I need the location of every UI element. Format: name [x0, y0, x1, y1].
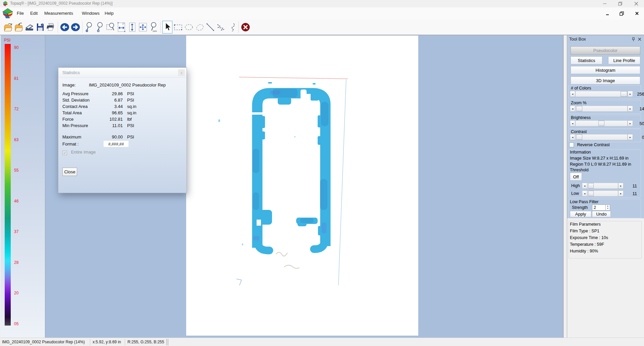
- draw-line-icon[interactable]: [205, 21, 215, 34]
- status-grip: [168, 339, 168, 345]
- slider-track[interactable]: [587, 190, 618, 196]
- open-export-icon[interactable]: [3, 21, 13, 34]
- slider-right-arrow[interactable]: ►: [628, 91, 633, 97]
- menu-measurements[interactable]: Measurements: [42, 10, 75, 16]
- app-window: Topaq® - [IMG_20240109_0002 Pseudocolor …: [0, 0, 644, 346]
- pressure-film-image[interactable]: [186, 36, 418, 336]
- slider-right-arrow[interactable]: ►: [628, 120, 633, 126]
- fit-width-icon[interactable]: [116, 21, 126, 34]
- menu-file[interactable]: File: [15, 10, 26, 16]
- select-rectangle-icon[interactable]: [173, 21, 183, 34]
- 3d-image-button[interactable]: 3D Image: [571, 76, 640, 84]
- toolbar: 100%: [0, 19, 644, 35]
- fit-page-icon[interactable]: [138, 21, 148, 34]
- window-close-button[interactable]: [631, 0, 641, 7]
- stats-image-value: IMG_20240109_0002 Pseudocolor Rep: [89, 82, 166, 88]
- statistics-button[interactable]: Statistics: [571, 56, 602, 64]
- fit-height-icon[interactable]: [127, 21, 137, 34]
- film-type-text: Film Type : SP1: [570, 229, 599, 233]
- toolbox-panel: Tool Box Pseudocolor Statistics Line Pro…: [567, 35, 644, 338]
- stats-row: Total Area 96.65 sq.in: [62, 110, 183, 117]
- zoom-out-icon[interactable]: [84, 21, 94, 34]
- window-title: Topaq® - [IMG_20240109_0002 Pseudocolor …: [10, 1, 113, 6]
- close-button[interactable]: Close: [62, 168, 77, 176]
- zoom-in-icon[interactable]: [95, 21, 105, 34]
- threshold-high-value: 11: [627, 183, 637, 188]
- select-ellipse-icon[interactable]: [184, 21, 194, 34]
- brightness-slider: ◄ ► 50: [570, 120, 642, 126]
- mdi-restore-button[interactable]: [617, 10, 626, 17]
- statistics-dialog-titlebar[interactable]: Statistics x: [58, 68, 186, 78]
- threshold-low-label: Low: [571, 191, 579, 196]
- window-restore-button[interactable]: [615, 0, 625, 7]
- slider-track[interactable]: [575, 134, 628, 140]
- entire-image-checkbox[interactable]: ✓: [62, 151, 67, 155]
- scan-icon[interactable]: [24, 21, 35, 34]
- open-import-icon[interactable]: [14, 21, 24, 34]
- delete-icon[interactable]: [240, 21, 251, 34]
- slider-left-arrow[interactable]: ◄: [582, 183, 587, 189]
- contrast-value: 0: [634, 135, 644, 140]
- zoom-100-icon[interactable]: 100%: [149, 21, 159, 34]
- slider-track[interactable]: [575, 120, 628, 126]
- strength-spinner[interactable]: 2 ▲▼: [592, 205, 610, 211]
- menu-edit[interactable]: Edit: [28, 10, 40, 16]
- slider-left-arrow[interactable]: ◄: [570, 91, 575, 97]
- app-logo-icon: [3, 1, 8, 6]
- reverse-contrast-checkbox[interactable]: [569, 142, 574, 147]
- save-icon[interactable]: [35, 21, 45, 34]
- apply-button[interactable]: Apply: [570, 211, 591, 217]
- status-separator: [90, 339, 90, 345]
- pin-icon[interactable]: [632, 37, 635, 42]
- forward-icon[interactable]: [70, 21, 80, 34]
- slider-track[interactable]: [575, 106, 628, 112]
- threshold-label: Threshold: [570, 168, 589, 172]
- slider-left-arrow[interactable]: ◄: [570, 134, 575, 140]
- pseudocolor-scale-bar: [5, 44, 11, 326]
- slider-track[interactable]: [575, 91, 628, 97]
- histogram-button[interactable]: Histogram: [571, 66, 640, 74]
- menu-help[interactable]: Help: [103, 10, 116, 16]
- back-icon[interactable]: [60, 21, 70, 34]
- status-document-name: IMG_20240109_0002 Pseudocolor Rep (14%): [2, 340, 85, 344]
- toolbox-header: Tool Box: [567, 35, 644, 43]
- mdi-minimize-button[interactable]: [603, 10, 612, 17]
- slider-left-arrow[interactable]: ◄: [570, 120, 575, 126]
- image-canvas[interactable]: Statistics x Image: IMG_20240109_0002 Ps…: [45, 35, 564, 338]
- scale-tick: 90: [14, 45, 18, 50]
- slider-right-arrow[interactable]: ►: [618, 190, 624, 196]
- threshold-high-row: High ◄ ► 11: [567, 183, 644, 189]
- draw-polyline-icon[interactable]: [216, 21, 226, 34]
- stats-row: Avg Pressure 29.86 PSI: [62, 91, 183, 98]
- format-input[interactable]: #,###,##: [103, 140, 129, 147]
- slider-right-arrow[interactable]: ►: [618, 183, 624, 189]
- print-icon[interactable]: [46, 21, 56, 34]
- slider-right-arrow[interactable]: ►: [628, 106, 633, 112]
- mdi-close-button[interactable]: [633, 10, 641, 17]
- menu-windows[interactable]: Windows: [80, 10, 102, 16]
- select-freehand-icon[interactable]: [195, 21, 205, 34]
- statistics-dialog-close-icon[interactable]: x: [178, 69, 185, 76]
- status-grip: [166, 339, 167, 345]
- zoom-region-icon[interactable]: [106, 21, 116, 34]
- select-arrow-icon[interactable]: [162, 21, 172, 34]
- spinner-arrows-icon[interactable]: ▲▼: [605, 205, 610, 210]
- brightness-value: 50: [634, 121, 644, 126]
- stats-row: Min Pressure 11.01 PSI: [62, 123, 183, 129]
- statistics-dialog[interactable]: Statistics x Image: IMG_20240109_0002 Ps…: [58, 67, 187, 193]
- information-label: Information: [570, 150, 591, 155]
- reverse-contrast-row: Reverse Contrast: [569, 142, 610, 148]
- pseudocolor-button[interactable]: Pseudocolor: [571, 46, 640, 55]
- stats-row: Force 102.81 lbf: [62, 117, 183, 123]
- slider-track[interactable]: [587, 183, 618, 189]
- slider-right-arrow[interactable]: ►: [628, 134, 633, 140]
- draw-curve-icon[interactable]: [227, 21, 237, 34]
- threshold-off-button[interactable]: Off: [570, 173, 582, 181]
- slider-left-arrow[interactable]: ◄: [582, 190, 587, 196]
- slider-left-arrow[interactable]: ◄: [570, 106, 575, 112]
- toolbox-close-icon[interactable]: [638, 38, 641, 41]
- undo-button[interactable]: Undo: [592, 211, 611, 217]
- line-profile-button[interactable]: Line Profile: [608, 56, 640, 64]
- window-minimize-button[interactable]: [600, 0, 610, 7]
- stats-row: Contact Area 3.44 sq.in: [62, 104, 183, 110]
